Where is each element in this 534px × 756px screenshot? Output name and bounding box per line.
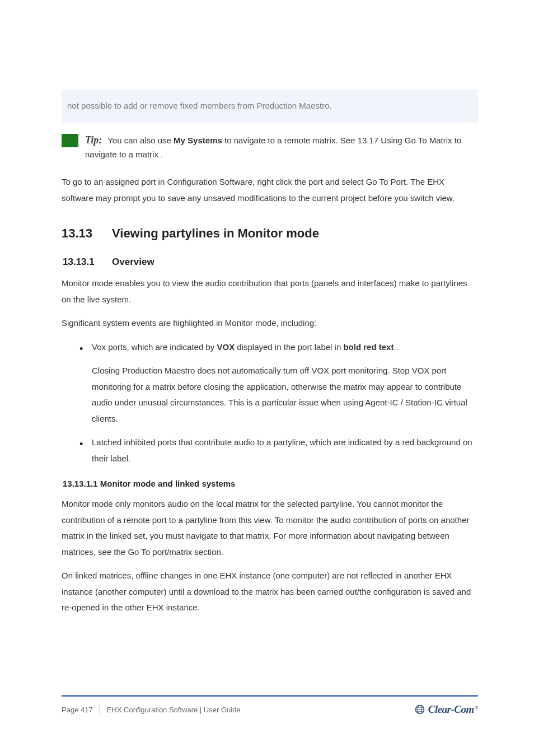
tip-body-3: .: [161, 150, 163, 159]
footer-row: Page 417 EHX Configuration Software | Us…: [62, 701, 478, 718]
tip-marker-icon: [62, 134, 78, 147]
section-number: 13.13: [62, 226, 101, 241]
tip-label: Tip:: [85, 134, 102, 146]
page-footer: Page 417 EHX Configuration Software | Us…: [0, 695, 534, 718]
bullet-text-1b: displayed in the port label in: [237, 342, 343, 352]
subsection-number: 13.13.1: [63, 256, 102, 268]
tip-content: Tip: You can also use My Systems to navi…: [85, 133, 478, 161]
tip-body-1: You can also use: [107, 136, 174, 145]
list-item: Latched inhibited ports that contribute …: [79, 435, 478, 466]
overview-para-2: Significant system events are highlighte…: [62, 315, 478, 332]
linked-para-1: Monitor mode only monitors audio on the …: [62, 496, 478, 560]
bullet-text-2: Latched inhibited ports that contribute …: [92, 437, 472, 463]
subsubsection-heading: 13.13.1.1 Monitor mode and linked system…: [62, 479, 478, 488]
footer-rule-top: [62, 695, 478, 697]
bullet-bold-vox: VOX: [217, 342, 235, 352]
page-number: Page 417: [62, 706, 100, 714]
callout-note: not possible to add or remove fixed memb…: [62, 90, 478, 123]
tip-body-2: to navigate to a remote matrix. See: [224, 136, 358, 145]
intro-paragraph: To go to an assigned port in Configurati…: [62, 174, 478, 207]
bullet-list: Vox ports, which are indicated by VOX di…: [62, 339, 478, 467]
bullet-text-1c: .: [396, 342, 399, 352]
subsection-title: Overview: [112, 256, 154, 268]
brand-name: Clear-Com®: [428, 703, 478, 716]
tip-row: Tip: You can also use My Systems to navi…: [62, 133, 478, 161]
tip-bold: My Systems: [174, 136, 222, 145]
bullet-text-1a: Vox ports, which are indicated by: [92, 342, 217, 352]
brand-logo: Clear-Com®: [415, 703, 478, 716]
section-heading-13-13: 13.13 Viewing partylines in Monitor mode: [62, 226, 478, 241]
section-title: Viewing partylines in Monitor mode: [112, 226, 319, 241]
linked-para-2: On linked matrices, offline changes in o…: [62, 568, 478, 616]
footer-doc-title: EHX Configuration Software | User Guide: [107, 706, 415, 714]
subsection-heading-13-13-1: 13.13.1 Overview: [62, 256, 478, 268]
footer-divider: [100, 703, 100, 716]
list-item: Vox ports, which are indicated by VOX di…: [79, 339, 478, 427]
callout-text: not possible to add or remove fixed memb…: [67, 101, 332, 110]
bullet-text-1d: Closing Production Maestro does not auto…: [92, 366, 467, 423]
logo-globe-icon: [415, 704, 425, 715]
bullet-bold-red: bold red text: [343, 342, 394, 352]
overview-para-1: Monitor mode enables you to view the aud…: [62, 276, 478, 307]
